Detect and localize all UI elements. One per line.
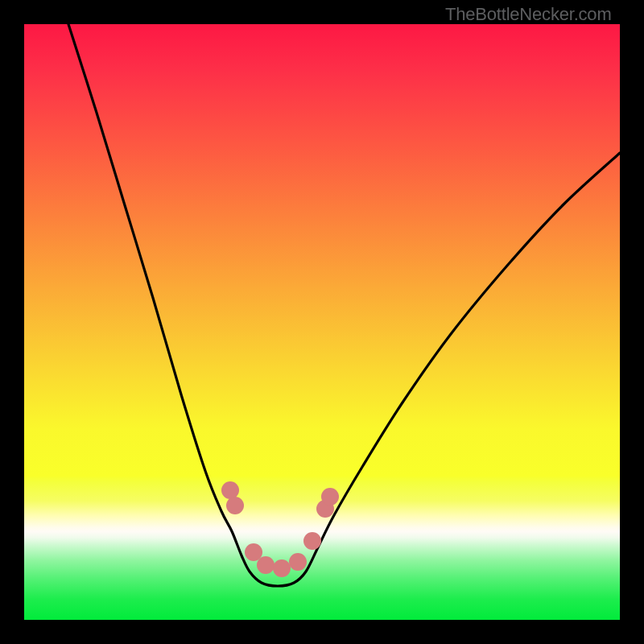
chart-frame [24,24,620,620]
bottleneck-curve-line [68,24,620,586]
curve-marker [245,543,262,561]
curve-marker [221,481,239,499]
curve-markers [221,481,339,577]
curve-marker [226,497,244,514]
curve-marker [289,553,307,571]
curve-marker [257,556,275,574]
curve-marker [273,559,291,577]
curve-marker [303,532,321,550]
curve-marker [321,488,339,506]
watermark-text: TheBottleNecker.com [445,4,612,25]
chart-curve [24,24,620,620]
